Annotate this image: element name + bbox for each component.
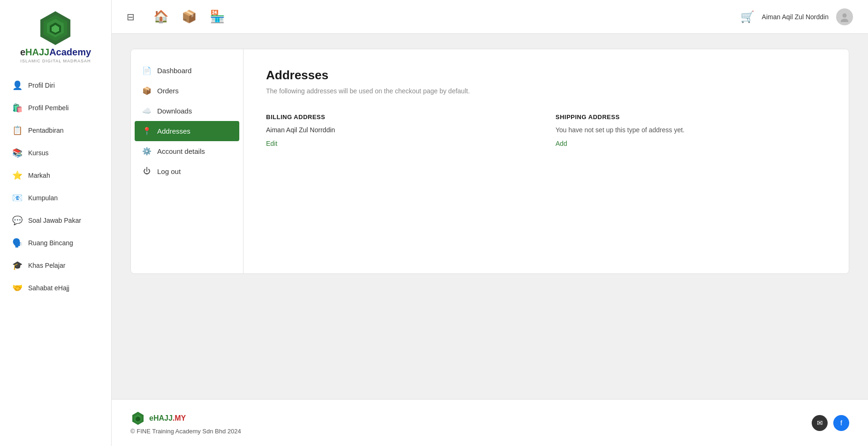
store-icon[interactable]: 📦 — [182, 9, 197, 24]
soal-jawab-icon: 💬 — [11, 214, 23, 227]
addresses-subtitle: The following addresses will be used on … — [266, 87, 826, 95]
menu-item-label: Log out — [157, 167, 181, 175]
menu-item-downloads[interactable]: ☁️ Downloads — [131, 101, 243, 121]
sidebar-item-label: Ruang Bincang — [28, 239, 73, 247]
footer-social-links: ✉ f — [812, 415, 849, 431]
footer-copyright: © FINE Training Academy Sdn Bhd 2024 — [130, 428, 241, 435]
billing-address-section: BILLING ADDRESS Aiman Aqil Zul Norrddin … — [266, 113, 537, 148]
sidebar-item-label: Kumpulan — [28, 194, 58, 202]
ruang-bincang-icon: 🗣️ — [11, 237, 23, 249]
logout-icon: ⏻ — [142, 167, 152, 175]
billing-edit-link[interactable]: Edit — [266, 140, 277, 147]
account-card: 📄 Dashboard 📦 Orders ☁️ Downloads 📍 Addr… — [130, 49, 849, 274]
shipping-address-section: SHIPPING ADDRESS You have not set up thi… — [556, 113, 826, 148]
topnav: ⊟ 🏠 📦 🏪 🛒 Aiman Aqil Zul Norddin — [112, 0, 868, 34]
shipping-not-set-text: You have not set up this type of address… — [556, 126, 826, 134]
sidebar-item-label: Soal Jawab Pakar — [28, 217, 81, 224]
page-content: 📄 Dashboard 📦 Orders ☁️ Downloads 📍 Addr… — [112, 34, 868, 399]
shipping-section-title: SHIPPING ADDRESS — [556, 113, 826, 121]
addresses-grid: BILLING ADDRESS Aiman Aqil Zul Norrddin … — [266, 113, 826, 148]
footer-logo-text: eHAJJ.MY — [149, 414, 186, 423]
menu-item-logout[interactable]: ⏻ Log out — [131, 161, 243, 181]
footer: eHAJJ.MY © FINE Training Academy Sdn Bhd… — [112, 399, 868, 446]
shipping-add-link[interactable]: Add — [556, 140, 567, 147]
sidebar-item-markah[interactable]: ⭐ Markah — [4, 165, 107, 186]
menu-item-label: Addresses — [157, 127, 190, 135]
billing-section-title: BILLING ADDRESS — [266, 113, 537, 121]
svg-point-6 — [841, 19, 848, 22]
home-icon[interactable]: 🏠 — [153, 9, 168, 24]
sidebar-item-pentadbiran[interactable]: 📋 Pentadbiran — [4, 120, 107, 141]
sidebar-item-profil-pembeli[interactable]: 🛍️ Profil Pembeli — [4, 97, 107, 119]
sidebar-item-label: Kursus — [28, 149, 49, 157]
footer-left: eHAJJ.MY © FINE Training Academy Sdn Bhd… — [130, 411, 241, 435]
dashboard-icon: 📄 — [142, 66, 152, 75]
account-menu: 📄 Dashboard 📦 Orders ☁️ Downloads 📍 Addr… — [131, 49, 244, 273]
avatar-icon — [839, 12, 850, 22]
cart-icon[interactable]: 🛒 — [740, 10, 754, 23]
logo-brand: eHAJJAcademy — [20, 47, 91, 58]
sidebar-item-profil-diri[interactable]: 👤 Profil Diri — [4, 75, 107, 96]
profil-diri-icon: 👤 — [11, 79, 23, 91]
user-name: Aiman Aqil Zul Norddin — [762, 13, 829, 21]
profil-pembeli-icon: 🛍️ — [11, 102, 23, 114]
menu-item-label: Orders — [157, 87, 179, 95]
sidebar-nav: 👤 Profil Diri 🛍️ Profil Pembeli 📋 Pentad… — [0, 75, 111, 300]
menu-item-dashboard[interactable]: 📄 Dashboard — [131, 60, 243, 81]
topnav-right: 🛒 Aiman Aqil Zul Norddin — [740, 8, 853, 25]
menu-item-orders[interactable]: 📦 Orders — [131, 81, 243, 101]
sidebar-item-label: Sahabat eHajj — [28, 284, 69, 292]
khas-pelajar-icon: 🎓 — [11, 259, 23, 272]
footer-email-icon[interactable]: ✉ — [812, 415, 828, 431]
sidebar-item-ruang-bincang[interactable]: 🗣️ Ruang Bincang — [4, 232, 107, 254]
addresses-content: Addresses The following addresses will b… — [244, 49, 849, 273]
markah-icon: ⭐ — [11, 169, 23, 181]
pentadbiran-icon: 📋 — [11, 124, 23, 136]
sidebar-toggle-button[interactable]: ⊟ — [127, 11, 135, 23]
downloads-icon: ☁️ — [142, 106, 152, 115]
sidebar-item-kursus[interactable]: 📚 Kursus — [4, 142, 107, 164]
logo-subtitle: Islamic Digital Madrasah — [20, 59, 91, 63]
footer-logo-icon — [130, 411, 145, 426]
orders-icon: 📦 — [142, 86, 152, 95]
sidebar-item-label: Profil Diri — [28, 82, 55, 89]
sidebar-item-label: Profil Pembeli — [28, 104, 69, 112]
account-details-icon: ⚙️ — [142, 147, 152, 156]
sidebar-item-soal-jawab-pakar[interactable]: 💬 Soal Jawab Pakar — [4, 210, 107, 231]
menu-item-label: Downloads — [157, 107, 192, 115]
topnav-icons: 🏠 📦 🏪 — [153, 9, 725, 24]
main-area: ⊟ 🏠 📦 🏪 🛒 Aiman Aqil Zul Norddin 📄 — [112, 0, 868, 446]
sahabat-ehajj-icon: 🤝 — [11, 282, 23, 294]
sidebar-item-kumpulan[interactable]: 📧 Kumpulan — [4, 187, 107, 209]
sidebar-item-label: Khas Pelajar — [28, 262, 65, 269]
sidebar-logo: eHAJJAcademy Islamic Digital Madrasah — [20, 9, 91, 63]
sidebar: eHAJJAcademy Islamic Digital Madrasah 👤 … — [0, 0, 112, 446]
addresses-title: Addresses — [266, 68, 826, 83]
kumpulan-icon: 📧 — [11, 192, 23, 204]
footer-facebook-icon[interactable]: f — [833, 415, 849, 431]
logo-icon — [37, 9, 74, 47]
sidebar-item-sahabat-ehajj[interactable]: 🤝 Sahabat eHajj — [4, 277, 107, 299]
menu-item-account-details[interactable]: ⚙️ Account details — [131, 141, 243, 161]
sidebar-item-label: Markah — [28, 172, 50, 179]
menu-item-addresses[interactable]: 📍 Addresses — [135, 121, 239, 141]
svg-point-5 — [843, 13, 847, 17]
user-avatar[interactable] — [836, 8, 853, 25]
kursus-icon: 📚 — [11, 147, 23, 159]
footer-logo: eHAJJ.MY — [130, 411, 241, 426]
sidebar-item-khas-pelajar[interactable]: 🎓 Khas Pelajar — [4, 255, 107, 276]
sidebar-item-label: Pentadbiran — [28, 127, 64, 134]
shop-icon[interactable]: 🏪 — [210, 9, 225, 24]
menu-item-label: Account details — [157, 147, 205, 155]
menu-item-label: Dashboard — [157, 67, 191, 75]
billing-address-name: Aiman Aqil Zul Norrddin — [266, 126, 537, 134]
addresses-icon: 📍 — [142, 127, 152, 136]
